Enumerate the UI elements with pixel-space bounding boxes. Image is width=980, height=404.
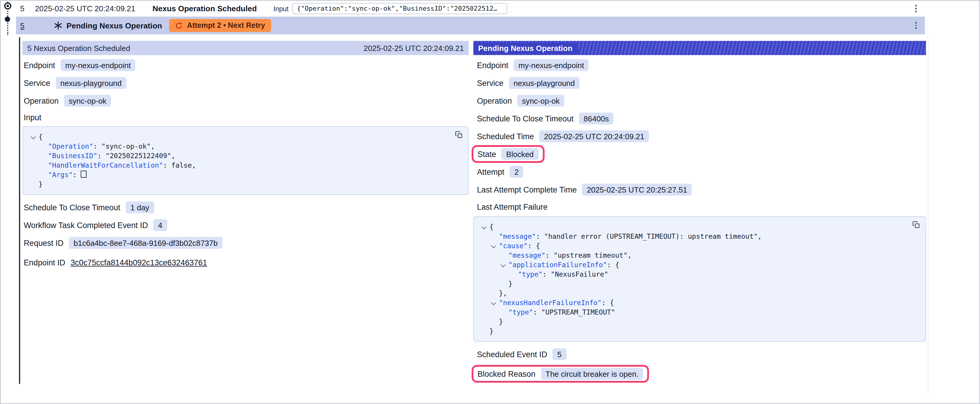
field-label: Last Attempt Complete Time (477, 185, 577, 194)
field-label: Workflow Task Completed Event ID (24, 221, 148, 230)
code-line: }, (481, 288, 902, 298)
field-attempt: Attempt 2 (473, 163, 926, 181)
panel-header-scheduled[interactable]: 5 Nexus Operation Scheduled 2025-02-25 U… (22, 41, 469, 55)
timeline-marker (5, 17, 10, 22)
field-label: Request ID (24, 238, 64, 247)
retry-attempt-badge: Attempt 2 • Next Retry (169, 19, 271, 32)
event-title: Pending Nexus Operation (67, 21, 162, 30)
field-value-badge: 1 day (126, 201, 154, 213)
field-label: Scheduled Time (477, 132, 534, 141)
copy-icon[interactable] (455, 131, 463, 139)
field-value-badge: 86400s (579, 112, 614, 124)
field-label: Attempt (477, 167, 504, 176)
field-workflow-task-completed-event-id: Workflow Task Completed Event ID 4 (22, 216, 469, 234)
code-line: "applicationFailureInfo": { (481, 260, 902, 269)
event-history-screen: 5 2025-02-25 UTC 20:24:09.21 Nexus Opera… (0, 0, 980, 404)
chevron-down-icon[interactable] (500, 262, 506, 268)
code-line: "cause": { (481, 241, 902, 250)
field-service: Service nexus-playground (22, 74, 469, 92)
blocked-reason-badge: The circuit breaker is open. (541, 368, 643, 380)
field-last-attempt-complete-time: Last Attempt Complete Time 2025-02-25 UT… (473, 181, 926, 198)
panel-header-title: 5 Nexus Operation Scheduled (27, 44, 130, 52)
panel-nexus-operation-scheduled: 5 Nexus Operation Scheduled 2025-02-25 U… (22, 41, 469, 272)
field-value-badge: b1c6a4bc-8ee7-468a-9169-df3b02c8737b (69, 237, 223, 249)
field-request-id: Request ID b1c6a4bc-8ee7-468a-9169-df3b0… (22, 234, 469, 252)
event-title: Nexus Operation Scheduled (153, 4, 257, 13)
code-line: } (481, 279, 902, 288)
code-line: { (481, 222, 902, 231)
pending-operation-details: Endpoint my-nexus-endpoint Service nexus… (473, 55, 926, 383)
code-line: "Args": (30, 170, 444, 179)
chevron-down-icon[interactable] (30, 135, 36, 140)
endpoint-id-link[interactable]: 3c0c75ccfa8144b092c13ce632463761 (71, 258, 207, 267)
json-code: {"Operation": "sync-op-ok","BusinessID":… (23, 127, 468, 194)
field-scheduled-time: Scheduled Time 2025-02-25 UTC 20:24:09.2… (473, 127, 926, 145)
field-value-badge: 2025-02-25 UTC 20:25:27.51 (582, 184, 692, 195)
field-value-badge: my-nexus-endpoint (514, 59, 589, 71)
field-label: Endpoint (477, 61, 508, 70)
event-row-nexus-operation-scheduled[interactable]: 5 2025-02-25 UTC 20:24:09.21 Nexus Opera… (16, 1, 925, 17)
field-label: Service (477, 79, 503, 87)
field-label: Schedule To Close Timeout (477, 114, 574, 123)
field-endpoint: Endpoint my-nexus-endpoint (473, 56, 926, 74)
retry-badge-label: Attempt 2 • Next Retry (187, 21, 265, 30)
code-line: "BusinessID": "20250225122409", (30, 151, 444, 160)
field-label: Blocked Reason (477, 369, 535, 378)
scroll-track[interactable] (928, 37, 928, 393)
field-endpoint: Endpoint my-nexus-endpoint (22, 56, 469, 74)
code-line: "HandlerWaitForCancellation": false, (30, 160, 444, 170)
copy-icon[interactable] (912, 221, 920, 229)
field-endpoint-id: Endpoint ID 3c0c75ccfa8144b092c13ce63246… (22, 253, 469, 272)
code-line: "message": "upstream timeout", (481, 250, 902, 260)
kebab-vertical-icon[interactable] (912, 3, 920, 14)
input-section-label: Input (22, 109, 469, 125)
failure-json-viewer: {"message": "handler error (UPSTREAM_TIM… (473, 216, 926, 342)
code-line: "type": "NexusFailure" (481, 269, 902, 279)
event-timestamp: 2025-02-25 UTC 20:24:09.21 (35, 4, 149, 13)
field-value-badge: 4 (153, 219, 167, 231)
field-blocked-reason: Blocked Reason The circuit breaker is op… (473, 364, 926, 383)
field-label: Service (24, 79, 50, 87)
field-scheduled-event-id: Scheduled Event ID 5 (473, 345, 926, 363)
event-id-link[interactable]: 5 (20, 21, 30, 30)
panel-header-pending: Pending Nexus Operation (473, 41, 926, 55)
field-service: Service nexus-playground (473, 74, 926, 92)
field-label: Scheduled Event ID (477, 350, 547, 359)
chevron-down-icon[interactable] (491, 244, 496, 249)
field-value-badge: nexus-playground (56, 77, 126, 89)
selected-event-indicator-line (19, 37, 20, 384)
panel-header-time: 2025-02-25 UTC 20:24:09.21 (364, 44, 464, 52)
field-label: State (477, 150, 496, 158)
field-state: State Blocked (473, 145, 926, 163)
field-operation: Operation sync-op-ok (22, 92, 469, 109)
panel-header-title: Pending Nexus Operation (473, 42, 578, 54)
input-json-viewer: {"Operation": "sync-op-ok","BusinessID":… (22, 126, 469, 195)
timeline-marker-current (4, 2, 11, 10)
field-value-badge: nexus-playground (509, 77, 579, 89)
chevron-down-icon[interactable] (481, 225, 487, 230)
event-row-pending-nexus-operation[interactable]: 5 Pending Nexus Operation Attempt 2 • Ne… (16, 17, 925, 34)
code-line: } (30, 179, 444, 189)
input-json-preview[interactable]: {"Operation":"sync-op-ok","BusinessID":"… (293, 3, 508, 14)
retry-circular-arrow-icon (175, 22, 183, 29)
blocked-reason-annotated-region: Blocked Reason The circuit breaker is op… (477, 368, 644, 380)
field-label: Operation (477, 96, 512, 105)
empty-array-icon (81, 171, 87, 178)
panel-pending-nexus-operation: Pending Nexus Operation Endpoint my-nexu… (473, 41, 926, 383)
field-value-badge: 2 (509, 166, 523, 178)
nexus-asterisk-icon (54, 21, 62, 30)
event-id: 5 (20, 4, 30, 13)
field-label: Schedule To Close Timeout (24, 203, 121, 212)
code-line: } (481, 317, 902, 326)
chevron-down-icon[interactable] (491, 300, 496, 306)
field-value-badge: sync-op-ok (517, 95, 565, 107)
kebab-vertical-icon[interactable] (912, 19, 920, 32)
input-label: Input (274, 5, 289, 12)
field-schedule-to-close-timeout: Schedule To Close Timeout 1 day (22, 198, 469, 216)
code-line: "nexusHandlerFailureInfo": { (481, 298, 902, 307)
last-attempt-failure-label: Last Attempt Failure (473, 198, 926, 215)
code-line: { (30, 132, 444, 142)
field-label: Endpoint (24, 61, 55, 70)
field-operation: Operation sync-op-ok (473, 92, 926, 109)
state-badge: Blocked (501, 148, 539, 160)
